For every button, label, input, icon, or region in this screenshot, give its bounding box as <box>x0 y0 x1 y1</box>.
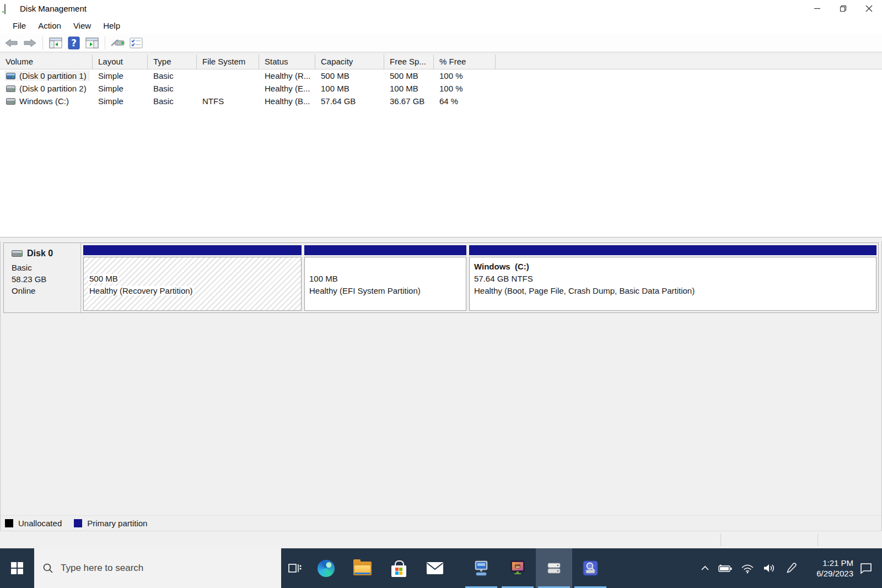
mail-icon[interactable] <box>417 548 453 588</box>
volume-capacity: 500 MB <box>315 71 384 80</box>
column-header-volume[interactable]: Volume <box>0 55 93 69</box>
partition-color-bar <box>304 245 466 255</box>
start-button[interactable] <box>0 548 34 588</box>
battery-icon[interactable] <box>714 548 736 588</box>
status-bar-divider <box>720 533 721 546</box>
status-bar <box>0 531 882 548</box>
taskbar: 1:21 PM 6/29/2023 <box>0 548 882 588</box>
partition-color-bar <box>469 245 876 255</box>
volume-icon[interactable] <box>759 548 781 588</box>
column-header-capacity[interactable]: Capacity <box>315 55 384 69</box>
menu-help[interactable]: Help <box>97 19 126 33</box>
column-header-file-system[interactable]: File System <box>197 55 259 69</box>
system-tray: 1:21 PM 6/29/2023 <box>696 548 882 588</box>
file-explorer-icon[interactable] <box>344 548 380 588</box>
taskbar-search[interactable] <box>34 548 281 588</box>
graphical-view-pane: Disk 0 Basic 58.23 GB Online 500 MB Heal… <box>0 241 882 531</box>
volume-status: Healthy (B... <box>259 96 315 106</box>
pane-splitter[interactable] <box>0 237 882 241</box>
partition-name: Windows (C:) <box>474 261 876 273</box>
toolbar-separator <box>42 36 43 50</box>
partition-size: 100 MB <box>309 273 466 285</box>
forward-icon[interactable] <box>23 36 37 50</box>
app-disk-management-icon[interactable] <box>536 548 572 588</box>
volume-free-space: 36.67 GB <box>384 96 434 106</box>
windows-ink-pen-icon[interactable] <box>781 548 803 588</box>
wifi-icon[interactable] <box>736 548 759 588</box>
volume-pct-free: 100 % <box>434 71 496 80</box>
show-action-pane-icon[interactable] <box>85 36 99 50</box>
partition-windows-c[interactable]: Windows (C:) 57.64 GB NTFS Healthy (Boot… <box>469 245 876 311</box>
volume-row-disk0-partition1[interactable]: (Disk 0 partition 1) Simple Basic Health… <box>0 69 882 82</box>
disk-size: 58.23 GB <box>12 273 80 285</box>
clock-date: 6/29/2023 <box>803 568 853 579</box>
disk-management-window: Disk Management File Action View Help <box>0 0 882 588</box>
volume-free-space: 500 MB <box>384 71 434 80</box>
back-icon[interactable] <box>4 36 19 50</box>
volume-free-space: 100 MB <box>384 84 434 93</box>
partition-efi[interactable]: 100 MB Healthy (EFI System Partition) <box>304 245 466 311</box>
volume-layout: Simple <box>93 96 148 106</box>
menu-file[interactable]: File <box>7 19 32 33</box>
menu-bar: File Action View Help <box>0 17 882 34</box>
volume-row-windows-c[interactable]: Windows (C:) Simple Basic NTFS Healthy (… <box>0 95 882 107</box>
partition-color-bar <box>83 245 302 255</box>
disk-tool-icon[interactable] <box>111 36 125 50</box>
disk-0-row: Disk 0 Basic 58.23 GB Online 500 MB Heal… <box>3 242 879 313</box>
volume-name: (Disk 0 partition 2) <box>19 84 87 93</box>
taskbar-spacer <box>453 548 463 588</box>
column-header-type[interactable]: Type <box>148 55 197 69</box>
legend-label-unallocated: Unallocated <box>18 519 62 528</box>
partition-status: Healthy (EFI System Partition) <box>309 285 466 297</box>
volume-icon <box>6 98 15 105</box>
volume-type: Basic <box>148 71 197 80</box>
partition-status: Healthy (Boot, Page File, Crash Dump, Ba… <box>474 285 876 297</box>
action-center-icon[interactable] <box>853 548 879 588</box>
volume-icon <box>6 73 15 79</box>
volume-name: Windows (C:) <box>19 96 69 106</box>
primary-partition-swatch <box>74 519 82 527</box>
column-header-free-space[interactable]: Free Sp... <box>384 55 434 69</box>
volume-capacity: 100 MB <box>315 84 384 93</box>
toolbar: ? <box>0 34 882 52</box>
disk-name: Disk 0 <box>27 249 53 258</box>
column-header-pct-free[interactable]: % Free <box>434 55 496 69</box>
volume-list: Volume Layout Type File System Status Ca… <box>0 52 882 237</box>
minimize-button[interactable] <box>804 0 830 17</box>
status-bar-divider <box>818 533 818 546</box>
volume-type: Basic <box>148 96 197 106</box>
show-console-tree-icon[interactable] <box>49 36 63 50</box>
window-title: Disk Management <box>20 4 87 13</box>
edge-icon[interactable] <box>308 548 344 588</box>
volume-file-system: NTFS <box>197 96 259 106</box>
legend-bar: Unallocated Primary partition <box>1 515 881 531</box>
restore-button[interactable] <box>830 0 856 17</box>
menu-view[interactable]: View <box>67 19 97 33</box>
disk-0-header[interactable]: Disk 0 Basic 58.23 GB Online <box>4 243 81 312</box>
chevron-up-icon[interactable] <box>696 548 714 588</box>
disk-status: Online <box>12 285 80 296</box>
clock-time: 1:21 PM <box>803 558 853 568</box>
volume-row-disk0-partition2[interactable]: (Disk 0 partition 2) Simple Basic Health… <box>0 82 882 95</box>
partition-recovery[interactable]: 500 MB Healthy (Recovery Partition) <box>83 245 302 311</box>
volume-type: Basic <box>148 84 197 93</box>
volume-layout: Simple <box>93 84 148 93</box>
close-button[interactable] <box>856 0 882 17</box>
search-input[interactable] <box>61 563 248 574</box>
menu-action[interactable]: Action <box>32 19 67 33</box>
column-header-layout[interactable]: Layout <box>93 55 148 69</box>
checklist-icon[interactable] <box>129 36 143 50</box>
help-icon[interactable]: ? <box>67 36 81 50</box>
taskbar-clock[interactable]: 1:21 PM 6/29/2023 <box>803 558 853 579</box>
app-photo-viewer-icon[interactable] <box>499 548 536 588</box>
task-view-button[interactable] <box>281 548 308 588</box>
store-icon[interactable] <box>380 548 417 588</box>
app-remote-desktop-icon[interactable] <box>463 548 499 588</box>
toolbar-separator <box>105 36 105 50</box>
partition-status: Healthy (Recovery Partition) <box>88 286 194 295</box>
column-header-status[interactable]: Status <box>259 55 315 69</box>
app-disk-utility-icon[interactable] <box>572 548 609 588</box>
volume-status: Healthy (E... <box>259 84 315 93</box>
column-header-filler <box>496 55 882 69</box>
legend-label-primary-partition: Primary partition <box>87 519 147 528</box>
